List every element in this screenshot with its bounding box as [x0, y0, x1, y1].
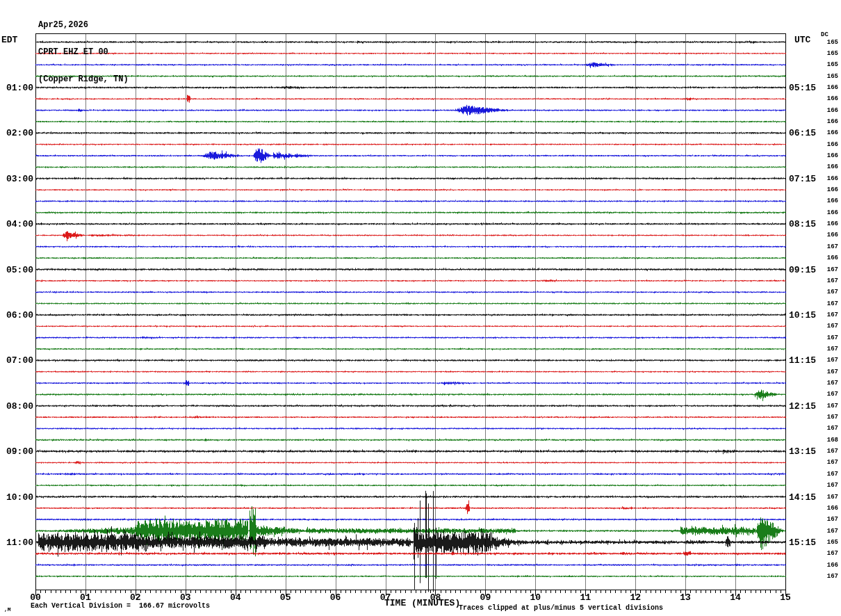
dc-offset-value: 167	[822, 414, 838, 421]
edt-time-label: 05:00	[1, 265, 33, 275]
utc-time-label: 06:15	[789, 128, 816, 138]
dc-offset-value: 167	[822, 448, 838, 455]
dc-offset-value: 167	[822, 346, 838, 352]
dc-offset-header: DC	[821, 31, 828, 38]
dc-offset-value: 166	[822, 129, 838, 136]
dc-offset-value: 167	[822, 334, 838, 341]
dc-offset-value: 166	[822, 152, 838, 159]
dc-offset-value: 167	[822, 266, 838, 273]
dc-offset-value: 165	[822, 39, 838, 46]
dc-offset-value: 166	[822, 254, 838, 261]
dc-offset-value: 166	[822, 562, 838, 569]
title-date: Apr25,2026	[38, 21, 129, 30]
x-tick-label: 00	[25, 592, 46, 603]
edt-time-label: 07:00	[1, 355, 33, 366]
edt-time-label: 09:00	[1, 446, 33, 457]
edt-time-label: 02:00	[1, 128, 33, 138]
dc-offset-value: 165	[822, 50, 838, 57]
edt-time-label: 10:00	[1, 492, 33, 503]
utc-time-label: 08:15	[789, 219, 816, 229]
dc-offset-value: 167	[822, 550, 838, 557]
dc-offset-value: 166	[822, 163, 838, 170]
utc-time-label: 11:15	[789, 355, 816, 366]
dc-offset-value: 167	[822, 528, 838, 535]
dc-offset-value: 167	[822, 459, 838, 466]
utc-time-label: 05:15	[789, 83, 816, 93]
dc-offset-value: 166	[822, 232, 838, 238]
left-timezone-label: EDT	[1, 35, 17, 45]
dc-offset-value: 167	[822, 573, 838, 580]
x-tick-label: 11	[575, 592, 596, 603]
x-tick-label: 14	[725, 592, 746, 603]
dc-offset-value: 166	[822, 95, 838, 102]
edt-time-label: 06:00	[1, 310, 33, 321]
edt-time-label: 03:00	[1, 174, 33, 184]
edt-time-label: 01:00	[1, 83, 33, 93]
dc-offset-value: 167	[822, 368, 838, 375]
dc-offset-value: 167	[822, 494, 838, 501]
dc-offset-value: 167	[822, 391, 838, 398]
clipping-note: Traces clipped at plus/minus 5 vertical …	[459, 604, 663, 612]
dc-offset-value: 167	[822, 243, 838, 250]
dc-offset-value: 167	[822, 323, 838, 330]
utc-time-label: 10:15	[789, 310, 816, 321]
dc-offset-value: 167	[822, 403, 838, 410]
dc-offset-value: 166	[822, 84, 838, 91]
dc-offset-value: 167	[822, 482, 838, 489]
utc-time-label: 09:15	[789, 265, 816, 275]
utc-time-label: 12:15	[789, 401, 816, 412]
dc-offset-value: 166	[822, 175, 838, 182]
utc-time-label: 13:15	[789, 446, 816, 457]
dc-offset-value: 166	[822, 505, 838, 512]
dc-offset-value: 166	[822, 186, 838, 193]
dc-offset-value: 165	[822, 61, 838, 68]
right-timezone-label: UTC	[794, 35, 810, 45]
dc-offset-value: 166	[822, 107, 838, 114]
dc-offset-value: 167	[822, 380, 838, 387]
dc-offset-value: 166	[822, 141, 838, 148]
x-tick-label: 04	[225, 592, 246, 603]
utc-time-label: 15:15	[789, 537, 816, 548]
dc-offset-value: 168	[822, 437, 838, 444]
corner-artifact-mark: ,M	[4, 606, 11, 613]
dc-offset-value: 166	[822, 197, 838, 204]
edt-time-label: 04:00	[1, 219, 33, 229]
utc-time-label: 07:15	[789, 174, 816, 184]
x-tick-label: 09	[475, 592, 496, 603]
x-tick-label: 13	[675, 592, 696, 603]
dc-offset-value: 167	[822, 516, 838, 523]
x-tick-label: 03	[175, 592, 196, 603]
dc-offset-value: 165	[822, 539, 838, 546]
x-tick-label: 12	[625, 592, 646, 603]
x-tick-label: 06	[325, 592, 346, 603]
helicorder-page: Apr25,2026 CPRT EHZ ET 00 (Copper Ridge,…	[0, 0, 841, 616]
dc-offset-value: 167	[822, 311, 838, 318]
dc-offset-value: 166	[822, 220, 838, 227]
x-tick-label: 05	[275, 592, 296, 603]
dc-offset-value: 167	[822, 277, 838, 284]
edt-time-label: 11:00	[1, 537, 33, 548]
x-tick-label: 15	[775, 592, 796, 603]
edt-time-label: 08:00	[1, 401, 33, 412]
x-axis-title: TIME (MINUTES)	[384, 598, 460, 608]
utc-time-label: 14:15	[789, 492, 816, 503]
dc-offset-value: 167	[822, 357, 838, 364]
x-tick-label: 10	[525, 592, 546, 603]
dc-offset-value: 167	[822, 289, 838, 295]
title-station: CPRT EHZ ET 00	[38, 48, 129, 57]
x-tick-label: 02	[125, 592, 146, 603]
dc-offset-value: 166	[822, 209, 838, 216]
title-block: Apr25,2026 CPRT EHZ ET 00 (Copper Ridge,…	[38, 3, 129, 102]
title-location: (Copper Ridge, TN)	[38, 75, 129, 84]
dc-offset-value: 167	[822, 300, 838, 307]
dc-offset-value: 167	[822, 425, 838, 432]
dc-offset-value: 167	[822, 471, 838, 478]
vertical-division-note: Each Vertical Division = 166.67 microvol…	[31, 602, 210, 610]
dc-offset-value: 165	[822, 73, 838, 80]
x-tick-label: 01	[75, 592, 96, 603]
dc-offset-value: 166	[822, 118, 838, 125]
